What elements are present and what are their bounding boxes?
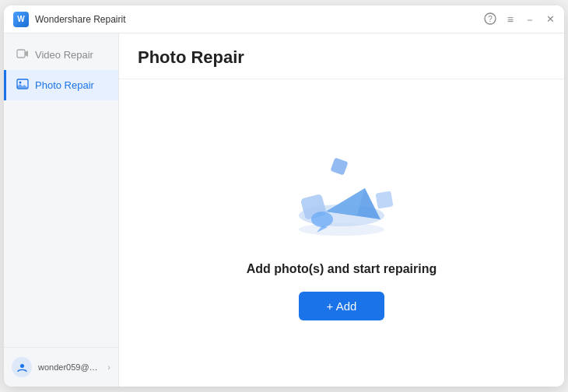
titlebar: W Wondershare Repairit ? ≡ － ✕	[4, 5, 564, 33]
svg-text:?: ?	[488, 15, 493, 23]
svg-point-5	[20, 364, 24, 368]
svg-point-4	[19, 82, 22, 84]
sidebar-item-photo-repair[interactable]: Photo Repair	[4, 70, 118, 100]
chevron-right-icon: ›	[107, 362, 110, 372]
main-layout: Video Repair Photo Repair	[4, 33, 564, 387]
svg-rect-2	[17, 50, 25, 58]
video-repair-icon	[16, 47, 29, 62]
sidebar: Video Repair Photo Repair	[4, 33, 119, 387]
titlebar-left: W Wondershare Repairit	[13, 12, 126, 27]
user-avatar-icon	[12, 357, 32, 377]
help-icon[interactable]: ?	[484, 12, 496, 26]
menu-icon[interactable]: ≡	[507, 14, 514, 25]
app-title: Wondershare Repairit	[35, 14, 126, 25]
sidebar-item-photo-repair-label: Photo Repair	[35, 79, 94, 91]
minimize-icon[interactable]: －	[524, 14, 535, 25]
sidebar-item-video-repair-label: Video Repair	[35, 49, 93, 61]
page-title: Photo Repair	[138, 47, 545, 68]
content-body: Add photo(s) and start repairing + Add	[119, 79, 564, 387]
svg-rect-12	[375, 191, 393, 208]
photo-repair-icon	[16, 78, 29, 93]
svg-rect-11	[330, 157, 348, 175]
close-icon[interactable]: ✕	[546, 14, 555, 24]
sidebar-item-video-repair[interactable]: Video Repair	[4, 40, 118, 70]
sidebar-user-footer[interactable]: wonder059@16... ›	[4, 347, 118, 387]
app-logo-letter: W	[17, 15, 24, 23]
content-area: Photo Repair	[119, 33, 564, 387]
app-logo: W	[13, 12, 29, 27]
content-header: Photo Repair	[119, 33, 564, 79]
svg-point-13	[311, 212, 333, 227]
add-button[interactable]: + Add	[299, 292, 385, 320]
empty-state-illustration	[279, 145, 404, 247]
sidebar-nav: Video Repair Photo Repair	[4, 33, 118, 347]
titlebar-controls: ? ≡ － ✕	[484, 12, 555, 26]
add-label: Add photo(s) and start repairing	[247, 262, 437, 276]
app-window: W Wondershare Repairit ? ≡ － ✕	[4, 5, 564, 387]
user-name-label: wonder059@16...	[38, 362, 101, 372]
